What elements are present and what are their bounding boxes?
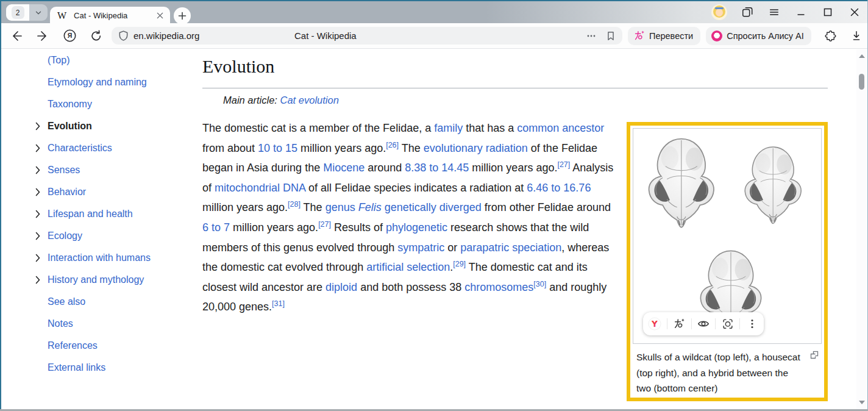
toc-item-label: Behavior [48,187,86,198]
article-text: The [399,142,424,154]
article-link[interactable]: genetically diverged [385,201,482,213]
toc-chevron-icon[interactable] [34,122,43,130]
figure-skulls-selected[interactable]: Y [627,122,828,401]
more-icon[interactable] [586,30,597,41]
article-text: and both possess 38 [357,281,464,293]
article-link[interactable]: chromosomes [464,281,533,293]
article-link[interactable]: diploid [326,281,357,293]
toc-item-label: History and mythology [48,274,144,285]
reference-link[interactable]: [28] [288,200,301,209]
tab-close-icon[interactable] [154,10,165,21]
menu-icon[interactable] [767,5,781,19]
reference-link[interactable]: [26] [386,141,399,149]
article-link[interactable]: mitochondrial DNA [215,182,305,194]
toc-item[interactable]: Behavior [29,181,194,203]
article-link[interactable]: 8.38 to 14.45 [405,162,469,174]
article-link[interactable]: sympatric [397,241,444,254]
profile-avatar[interactable] [711,4,727,20]
article-link[interactable]: parapatric speciation [460,241,561,254]
reference-link[interactable]: [31] [272,299,285,308]
scrollbar-thumb[interactable] [859,74,864,90]
toc-chevron-icon[interactable] [34,210,43,218]
toc-item[interactable]: Etymology and naming [29,71,194,93]
reference-link[interactable]: [29] [453,260,466,268]
yandex-start-icon[interactable]: Я [59,26,80,46]
address-bar[interactable]: en.wikipedia.org Cat - Wikipedia [112,27,622,45]
toc-chevron-icon[interactable] [34,166,43,174]
toc-chevron-icon[interactable] [34,276,43,284]
toc-item[interactable]: Evolution [29,115,194,137]
side-panels-icon[interactable] [741,5,754,19]
article-link[interactable]: 6.46 to 16.76 [527,182,591,194]
toc-item[interactable]: Notes [29,313,194,335]
article-link[interactable]: phylogenetic [386,221,447,234]
toc-chevron-icon[interactable] [34,188,43,196]
reference-link[interactable]: [27] [557,160,570,169]
toc-chevron-icon[interactable] [34,232,43,240]
article-link[interactable]: artificial selection [366,261,450,273]
article-text: or [444,241,460,254]
article-text: around [365,162,405,174]
toc-item[interactable]: Characteristics [29,137,194,159]
article-link[interactable]: Miocene [323,162,365,174]
reload-button[interactable] [86,26,107,46]
translate-image-icon[interactable] [672,316,686,331]
tab-cat-wikipedia[interactable]: W Cat - Wikipedia [50,7,170,24]
article-text: from about [202,142,258,154]
enlarge-icon[interactable] [809,350,819,360]
forward-button[interactable] [32,26,53,46]
scroll-down-arrow[interactable] [859,401,865,404]
extensions-icon[interactable] [822,27,840,45]
tab-count-badge: 2 [12,6,24,19]
yandex-browser-logo-icon[interactable]: Y [647,316,662,331]
hatnote-link[interactable]: Cat evolution [280,95,339,105]
back-button[interactable] [6,26,27,46]
reference-link[interactable]: [30] [533,280,546,288]
more-options-icon[interactable] [745,316,760,331]
article-link[interactable]: family [434,122,463,134]
new-tab-button[interactable] [174,7,191,24]
toc-chevron-icon[interactable] [34,254,43,262]
toc-item[interactable]: Lifespan and health [29,203,194,225]
article-text: million years ago. [202,201,288,213]
translate-label: Перевести [649,31,693,41]
toc-item[interactable]: Taxonomy [29,93,194,115]
toc-item[interactable]: History and mythology [29,269,194,291]
reference-link[interactable]: [27] [318,220,331,229]
maximize-button[interactable] [821,5,834,19]
downloads-icon[interactable] [847,27,866,45]
article-link[interactable]: Felis [358,201,382,213]
article-link[interactable]: 6 to 7 [202,221,230,234]
toc-item[interactable]: Interaction with humans [29,247,194,269]
tab-counter-button[interactable]: 2 [6,4,48,21]
yandex-logo-letter: Y [652,319,658,329]
close-button[interactable] [848,5,861,19]
toc-item[interactable]: External links [29,357,194,379]
skulls-image[interactable]: Y [633,128,822,344]
toc-list: (Top) Etymology and naming Taxonomy Evol… [29,49,194,379]
article-link[interactable]: common ancestor [517,122,604,134]
image-actions-toolbar: Y [643,312,764,335]
toc-item-label: Taxonomy [48,99,92,110]
ask-alice-button[interactable]: Спросить Алису AI [706,27,811,45]
toc-item[interactable]: Senses [29,159,194,181]
browser-window: 2 W Cat - Wikipedia [0,0,868,411]
scrollbar[interactable] [856,49,867,409]
article-link[interactable]: genus [326,201,355,213]
preview-eye-icon[interactable] [696,316,711,331]
navigation-toolbar: Я en.wikipedia.org Cat - Wikipedia [1,23,867,49]
shield-icon[interactable] [118,30,129,41]
toc-item[interactable]: Ecology [29,225,194,247]
minimize-button[interactable] [794,5,808,19]
translate-button[interactable]: Перевести [628,27,700,45]
toc-item[interactable]: See also [29,291,194,313]
bookmark-icon[interactable] [605,30,616,41]
article-link[interactable]: evolutionary radiation [424,142,528,154]
image-search-icon[interactable] [720,316,735,331]
toc-chevron-icon[interactable] [34,144,43,152]
toc-item[interactable]: (Top) [29,49,194,71]
scroll-up-arrow[interactable] [859,54,865,58]
article-link[interactable]: 10 to 15 [258,142,297,154]
toc-item[interactable]: References [29,335,194,357]
toc-item-label: Lifespan and health [48,209,133,220]
